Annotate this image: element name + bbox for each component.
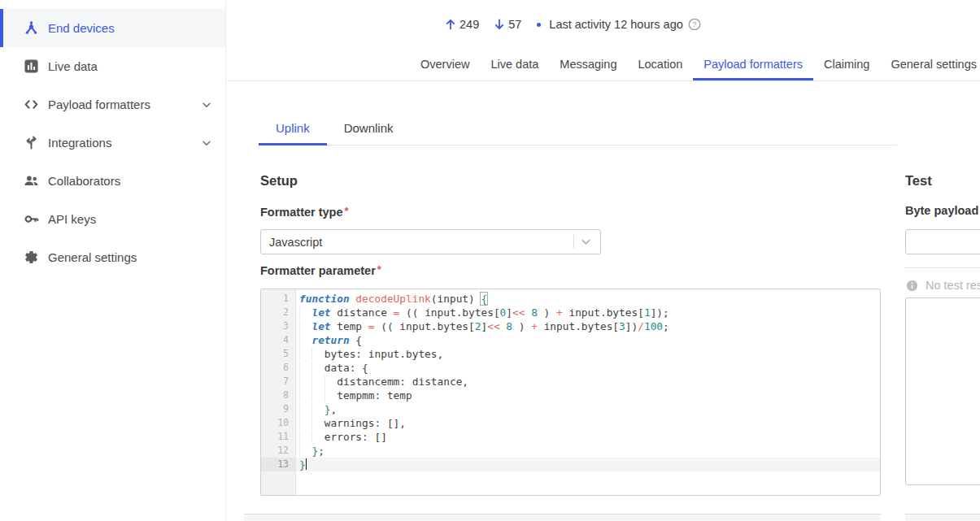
- line-number: 2: [261, 306, 295, 319]
- formatter-type-select[interactable]: Javascript: [260, 229, 601, 254]
- info-icon: [906, 280, 918, 292]
- section-divider: [905, 514, 980, 521]
- line-number: 6: [261, 361, 295, 375]
- editor-gutter: 12345678910111213: [261, 289, 296, 495]
- arrow-up-icon: [444, 18, 457, 31]
- code-line[interactable]: return {: [296, 333, 880, 347]
- sidebar-item-label: Collaborators: [48, 174, 120, 188]
- test-result-output: [905, 297, 980, 485]
- tab-general-settings[interactable]: General settings: [880, 51, 980, 80]
- test-section-title: Test: [905, 173, 932, 189]
- sidebar-item-label: Payload formatters: [48, 98, 150, 111]
- line-number: 11: [261, 430, 295, 444]
- arrow-down-icon: [493, 18, 506, 31]
- collaborators-icon: [24, 173, 39, 189]
- sidebar-item-general-settings[interactable]: General settings: [0, 238, 225, 276]
- sidebar-item-api-keys[interactable]: API keys: [0, 200, 225, 238]
- code-line[interactable]: },: [296, 402, 880, 416]
- uplink-count: 249: [444, 18, 479, 31]
- sidebar-item-label: Integrations: [48, 136, 111, 150]
- line-number: 7: [261, 375, 295, 389]
- line-number: 8: [261, 389, 295, 402]
- formatter-type-value: Javascript: [269, 236, 573, 249]
- sidebar: End devicesLive dataPayload formattersIn…: [0, 0, 226, 521]
- sidebar-item-label: General settings: [48, 250, 137, 264]
- code-icon: [24, 97, 39, 112]
- no-test-results-text: No test results yet: [926, 279, 980, 292]
- tab-live-data[interactable]: Live data: [480, 51, 549, 80]
- downlink-count: 57: [493, 18, 521, 31]
- test-panel-divider: [905, 267, 980, 268]
- svg-text:?: ?: [692, 20, 696, 28]
- uplink-count-value: 249: [460, 18, 479, 31]
- code-line[interactable]: distancemm: distance,: [296, 375, 880, 389]
- code-line[interactable]: data: {: [296, 361, 880, 375]
- editor-code-area[interactable]: function decodeUplink(input) { let dista…: [296, 289, 880, 495]
- chevron-down-icon: [201, 137, 212, 149]
- code-line[interactable]: errors: []: [296, 430, 880, 444]
- device-tabs: OverviewLive dataMessagingLocationPayloa…: [410, 51, 980, 80]
- text-cursor: [306, 458, 307, 470]
- activity-stats: 249 57 Last activity 12 hours ago ?: [444, 14, 701, 35]
- header-divider: [227, 80, 980, 81]
- formatter-type-label: Formatter type*: [260, 205, 349, 219]
- status-dot: [537, 23, 541, 27]
- integrations-icon: [24, 135, 39, 150]
- chevron-down-icon: [580, 236, 592, 248]
- code-line[interactable]: let distance = (( input.bytes[0]<< 8 ) +…: [296, 306, 880, 319]
- formatter-subtabs: UplinkDownlink: [259, 115, 411, 145]
- line-number: 12: [261, 444, 295, 458]
- last-activity-text: Last activity 12 hours ago: [549, 18, 682, 31]
- device-payload-formatters-page: End devicesLive dataPayload formattersIn…: [0, 0, 980, 521]
- tab-claiming[interactable]: Claiming: [813, 51, 880, 80]
- select-separator: [573, 235, 574, 249]
- live-data-icon: [24, 59, 39, 74]
- downlink-count-value: 57: [508, 18, 521, 31]
- line-number: 4: [261, 333, 295, 347]
- tab-payload-formatters[interactable]: Payload formatters: [693, 51, 813, 80]
- formatter-type-label-text: Formatter type: [260, 206, 343, 219]
- sidebar-item-label: Live data: [48, 59, 98, 73]
- chevron-down-icon: [201, 99, 212, 111]
- sidebar-item-label: End devices: [48, 21, 115, 35]
- key-icon: [24, 211, 39, 227]
- code-line[interactable]: tempmm: temp: [296, 389, 880, 402]
- sidebar-items: End devicesLive dataPayload formattersIn…: [0, 9, 225, 276]
- byte-payload-label: Byte payload: [905, 204, 978, 217]
- required-marker: *: [345, 205, 349, 217]
- tab-overview[interactable]: Overview: [410, 51, 480, 80]
- line-number: 10: [261, 416, 295, 430]
- sidebar-item-integrations[interactable]: Integrations: [0, 124, 225, 162]
- sidebar-item-label: API keys: [48, 212, 96, 226]
- end-devices-icon: [24, 20, 39, 36]
- line-number: 3: [261, 319, 295, 333]
- subtab-downlink[interactable]: Downlink: [327, 115, 411, 145]
- setup-section-title: Setup: [260, 173, 298, 189]
- formatter-parameter-label: Formatter parameter*: [260, 263, 381, 277]
- code-line[interactable]: };: [296, 444, 880, 458]
- byte-payload-input[interactable]: [905, 229, 980, 254]
- sidebar-item-live-data[interactable]: Live data: [0, 47, 225, 85]
- gear-icon: [24, 250, 39, 265]
- code-editor[interactable]: 12345678910111213 function decodeUplink(…: [260, 289, 881, 496]
- line-number: 9: [261, 402, 295, 416]
- sidebar-item-payload-formatters[interactable]: Payload formatters: [0, 85, 225, 124]
- code-line[interactable]: warnings: [],: [296, 416, 880, 430]
- tab-messaging[interactable]: Messaging: [549, 51, 627, 80]
- sidebar-item-end-devices[interactable]: End devices: [0, 9, 225, 47]
- line-number: 1: [261, 292, 295, 306]
- section-divider: [244, 514, 881, 521]
- line-number: 5: [261, 347, 295, 361]
- code-line[interactable]: let temp = (( input.bytes[2]<< 8 ) + inp…: [296, 319, 880, 333]
- code-line[interactable]: bytes: input.bytes,: [296, 347, 880, 361]
- code-line[interactable]: function decodeUplink(input) {: [296, 292, 880, 306]
- code-line[interactable]: }: [296, 458, 880, 471]
- subtab-uplink[interactable]: Uplink: [259, 115, 327, 145]
- tab-location[interactable]: Location: [627, 51, 693, 80]
- formatter-parameter-label-text: Formatter parameter: [260, 264, 376, 277]
- required-marker: *: [377, 263, 381, 276]
- line-number: 13: [261, 458, 295, 471]
- no-test-results-row: No test results yet: [906, 279, 980, 292]
- sidebar-item-collaborators[interactable]: Collaborators: [0, 162, 225, 200]
- help-icon[interactable]: ?: [688, 18, 701, 31]
